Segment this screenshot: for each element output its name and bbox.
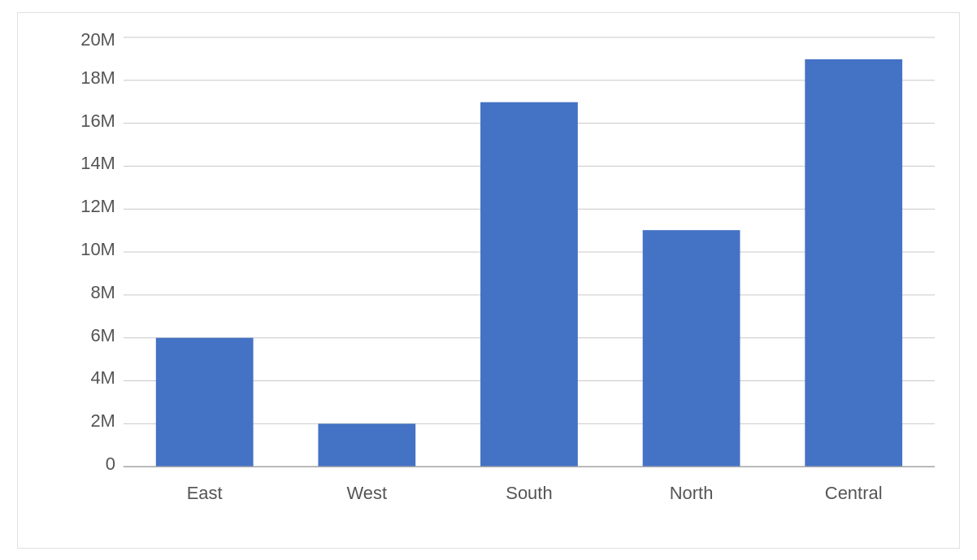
- y-label-8m: 8M: [90, 281, 115, 302]
- chart-area: 0 2M 4M 6M 8M 10M 12M 14M 16M 18M 20M Ea…: [75, 37, 943, 499]
- bar-east: [156, 337, 254, 466]
- x-label-south: South: [506, 483, 552, 503]
- y-label-14m: 14M: [80, 153, 115, 173]
- bar-north: [643, 230, 740, 467]
- bar-central: [805, 59, 902, 466]
- y-label-18m: 18M: [80, 67, 115, 87]
- y-label-2m: 2M: [90, 410, 115, 431]
- y-label-6m: 6M: [90, 324, 115, 345]
- x-label-central: Central: [825, 483, 883, 503]
- x-label-west: West: [347, 483, 388, 503]
- y-label-0: 0: [106, 454, 115, 474]
- x-label-east: East: [187, 483, 223, 503]
- bar-south: [480, 102, 578, 466]
- y-label-12m: 12M: [80, 196, 115, 216]
- chart-container: 0 2M 4M 6M 8M 10M 12M 14M 16M 18M 20M Ea…: [17, 12, 960, 549]
- x-label-north: North: [670, 483, 714, 503]
- bar-west: [318, 423, 415, 467]
- y-label-20m: 20M: [80, 28, 115, 49]
- y-label-16m: 16M: [80, 110, 115, 130]
- y-label-4m: 4M: [90, 367, 115, 388]
- bar-chart: 0 2M 4M 6M 8M 10M 12M 14M 16M 18M 20M Ea…: [75, 37, 943, 499]
- y-label-10m: 10M: [80, 239, 115, 259]
